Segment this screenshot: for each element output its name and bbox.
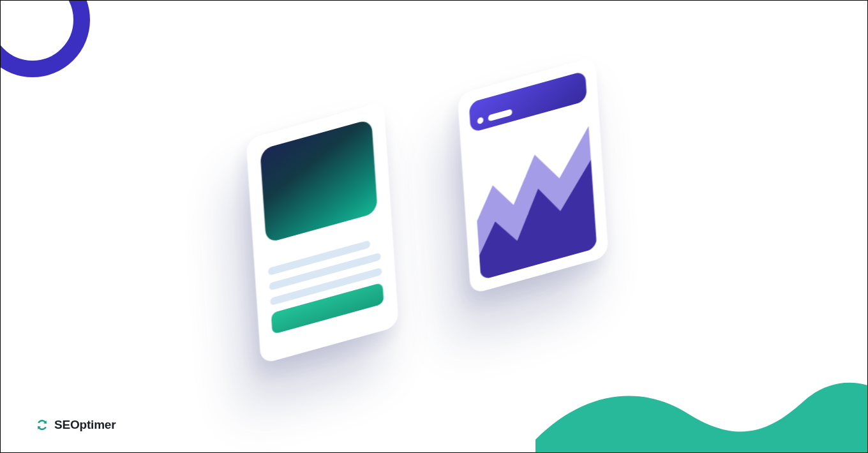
text-line-placeholder [269,253,381,291]
decor-wave-bottom-right [535,312,868,453]
brand-logo: SEOptimer [35,418,116,432]
brand-name: SEOptimer [54,418,116,432]
header-pill-icon [488,108,512,121]
card-landing-page [246,101,399,364]
text-line-placeholder [268,240,370,276]
brand-mark-icon [35,418,49,432]
text-line-placeholder [270,267,382,306]
card-area-chart [472,114,597,280]
header-dot-icon [477,117,484,124]
card-header-bar [468,71,587,133]
card-analytics [457,57,608,295]
card-text-lines [268,237,382,306]
card-hero-panel [260,119,378,243]
illustration-canvas: SEOptimer [0,0,868,453]
decor-arc-top-left [0,0,90,77]
card-cta-button-placeholder [271,283,384,335]
